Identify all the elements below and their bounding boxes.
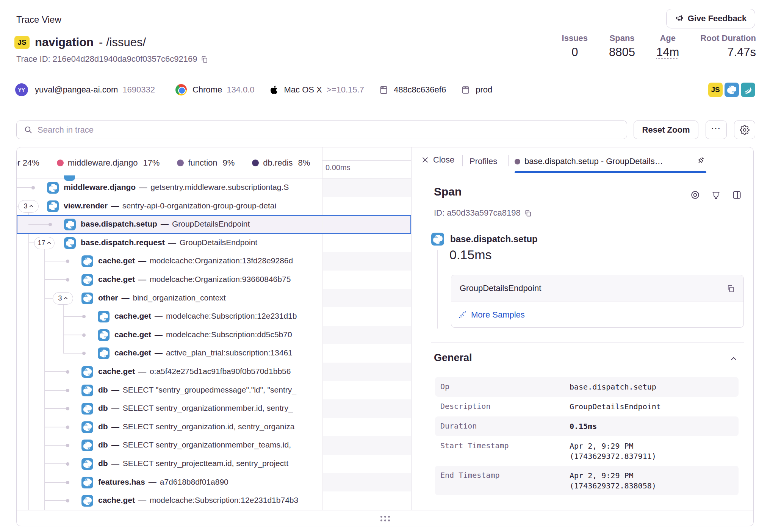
filter-icon[interactable] [711,190,721,200]
general-table: Opbase.dispatch.setupDescriptionGroupDet… [435,377,739,495]
copy-icon[interactable] [726,284,735,293]
waterfall-row [323,289,412,308]
environment-icon [460,85,471,95]
pin-tab-button[interactable] [692,152,709,169]
span-tree-row[interactable]: cache.get—modelcache:Organization:936608… [17,271,322,289]
python-icon [81,421,93,433]
span-tree-row[interactable]: cache.get—active_plan_trial:subscription… [17,344,322,363]
collapse-badge[interactable]: 3 [53,292,73,305]
panel-footer [17,510,753,526]
general-section-title: General [434,352,472,364]
active-tab-underline [515,171,706,173]
waterfall-row [323,271,412,289]
python-chip-icon [725,83,739,97]
more-options-button[interactable]: ⋯ [706,120,727,139]
trace-stats: Issues0Spans8805Age14mRoot Duration7.47s [562,33,756,59]
python-icon [81,274,93,286]
span-tree-row[interactable]: db—SELECT sentry_projectteam.id, sentry_… [17,455,322,473]
span-tree-row[interactable]: cache.get—modelcache:Subscription:12e231… [17,307,322,326]
device-id: 488c8c636ef6 [394,85,446,95]
python-icon [64,237,76,249]
span-toolbar-icons [690,190,742,200]
search-input[interactable]: Search in trace [16,120,627,139]
stat-issues: Issues0 [562,33,588,59]
span-tree-row[interactable]: base.dispatch.setup—GroupDetailsEndpoint [17,215,322,234]
python-icon [81,440,93,451]
os-version: >=10.15.7 [327,85,364,95]
legend-item-clipped: or 24% [17,158,39,168]
span-tree-row[interactable]: cache.get—modelcache:Organization:13fd28… [17,252,322,271]
reset-zoom-button[interactable]: Reset Zoom [634,120,698,139]
os-name: Mac OS X [284,85,322,95]
span-tree-row[interactable]: 3view.render—sentry-api-0-organization-g… [17,197,322,216]
waterfall-column: 0.00ms [322,147,411,510]
python-icon [81,293,93,304]
collapse-badge[interactable]: 3 [18,200,39,213]
apple-icon [269,84,279,95]
section-separator [431,342,744,343]
tab-span-active[interactable]: base.dispatch.setup - GroupDetails… [515,156,663,166]
span-tree-row[interactable]: db—SELECT "sentry_groupedmessage"."id", … [17,381,322,400]
waterfall-row [323,307,412,326]
trace-path: - /issues/ [99,36,146,49]
span-id: ID: a50d33a597ca8198 [434,208,532,218]
collapse-badge[interactable]: 17 [34,237,55,249]
waterfall-row [323,473,412,492]
avatar: YY [15,83,28,96]
waterfall-row [323,363,412,381]
axis-label: 0.00ms [326,163,351,172]
tab-profiles[interactable]: Profiles [470,156,497,166]
user-email: yuval@pangea-ai.com [35,85,118,95]
span-tree-row[interactable]: middleware.django—getsentry.middleware.s… [17,178,322,197]
general-field-row: Opbase.dispatch.setup [435,377,739,397]
trace-view-page: Trace View Give Feedback JS navigation -… [0,0,770,532]
span-tree-row[interactable]: cache.get—modelcache:Subscription:12e231… [17,491,322,510]
close-tab-button[interactable]: Close [421,155,454,165]
waterfall-row [323,399,412,418]
tab-divider [462,155,463,166]
span-tree-row[interactable]: features.has—a7d618b8df01a890 [17,473,322,492]
span-tree-row[interactable]: db—SELECT sentry_organizationmember.id, … [17,399,322,418]
python-icon [81,458,93,470]
span-tree-row[interactable]: 3other—bind_organization_context [17,289,322,308]
python-icon [47,200,59,212]
user-id: 1690332 [122,85,155,95]
tab-divider [508,155,509,166]
search-icon [24,125,33,134]
span-tree-row[interactable]: cache.get—o:a5f42e275d1ac91fba90f0b570d1… [17,363,322,381]
more-samples-link[interactable]: More Samples [471,310,525,320]
side-panel-icon[interactable] [732,190,742,200]
settings-button[interactable] [734,120,755,139]
python-icon [81,255,93,267]
span-dot-icon [515,159,520,164]
collapse-chevron-icon[interactable] [729,354,738,363]
python-icon [64,219,76,230]
copy-icon[interactable] [524,209,532,217]
span-tree-row[interactable]: db—SELECT sentry_organizationmember_team… [17,436,322,455]
give-feedback-button[interactable]: Give Feedback [666,9,755,28]
meta-divider [0,107,770,107]
span-tree-row[interactable]: 17base.dispatch.request—GroupDetailsEndp… [17,234,322,252]
legend-dot-icon [177,160,184,166]
span-tree: middleware.django—getsentry.middleware.s… [17,178,322,510]
ops-legend: or 24%middleware.django17%function9%db.r… [17,147,322,178]
environment: prod [476,85,492,95]
python-icon [81,477,93,488]
drag-handle[interactable] [380,516,390,521]
python-icon [98,311,110,322]
python-icon [81,403,93,415]
span-tree-row[interactable]: cache.get—modelcache:Subscription:dd5c5b… [17,326,322,344]
general-field-row: DescriptionGroupDetailsEndpoint [435,397,739,416]
span-duration: 0.15ms [449,247,492,262]
span-tree-row[interactable]: db—SELECT sentry_organization.id, sentry… [17,418,322,437]
more-samples-row[interactable]: More Samples [451,302,743,328]
waterfall-row [323,326,412,344]
close-icon [421,156,429,164]
detail-tabs: Close Profiles base.dispatch.setup - Gro… [412,147,754,174]
trace-heading: JS navigation - /issues/ [14,36,146,49]
focus-icon[interactable] [690,190,700,200]
general-field-row: Duration0.15ms [435,416,739,436]
python-icon [98,347,110,359]
header-divider [16,73,755,73]
copy-icon[interactable] [200,55,208,63]
